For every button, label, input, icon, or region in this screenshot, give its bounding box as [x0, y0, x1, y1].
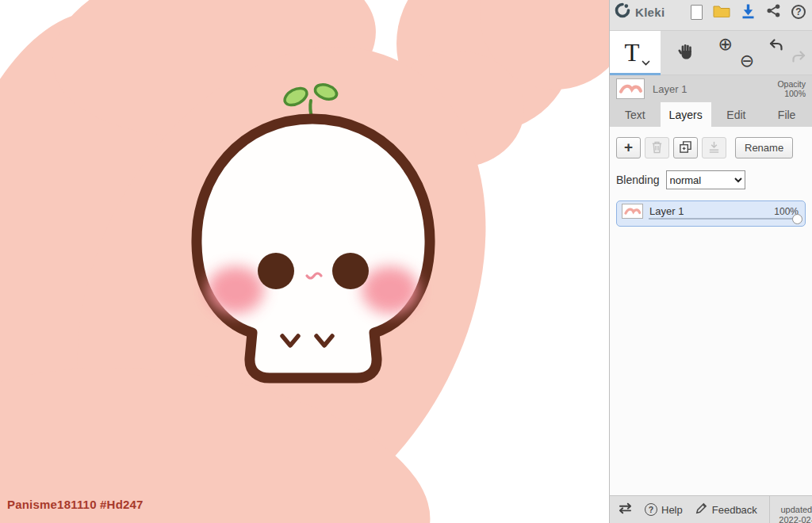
tab-file[interactable]: File	[761, 102, 812, 127]
merge-layer-button[interactable]	[702, 137, 726, 158]
opacity-readout: Opacity 100%	[777, 79, 806, 98]
canvas-artwork	[0, 0, 609, 523]
folder-icon	[713, 4, 730, 20]
hand-tool-button[interactable]	[661, 31, 711, 74]
layer-name: Layer 1	[649, 205, 684, 217]
kleki-app: Panisme181110 #Hd247 Kleki	[0, 0, 812, 523]
app-title: Kleki	[635, 6, 665, 19]
chevron-down-icon	[642, 55, 650, 69]
open-file-button[interactable]	[713, 4, 730, 20]
blending-select[interactable]: normal	[666, 170, 745, 189]
layers-panel: +	[610, 127, 812, 495]
new-image-button[interactable]	[691, 5, 703, 20]
feedback-button[interactable]: Feedback	[695, 502, 757, 517]
merge-down-icon	[707, 140, 721, 156]
topbar: Kleki	[610, 0, 812, 24]
opacity-value: 100%	[777, 89, 806, 98]
layer-row[interactable]: Layer 1 100%	[616, 200, 806, 227]
history-tile	[761, 31, 812, 74]
text-tool-label: T	[624, 39, 639, 67]
text-tool-button[interactable]: T	[610, 31, 661, 74]
sidebar: Kleki	[609, 0, 812, 523]
duplicate-layer-button[interactable]	[673, 137, 698, 158]
drawing-canvas[interactable]: Panisme181110 #Hd247	[0, 0, 609, 523]
redo-button[interactable]	[791, 49, 806, 68]
help-label: Help	[661, 504, 683, 516]
layer-opacity-track	[649, 218, 797, 220]
help-icon: ?	[791, 5, 806, 19]
share-icon	[766, 3, 781, 21]
updated-label: updated	[778, 505, 812, 515]
zoom-tile: ⊕ ⊖	[711, 31, 762, 74]
blending-label: Blending	[616, 174, 660, 186]
kleki-logo-icon	[615, 2, 630, 21]
updated-date: 2022-02-20	[778, 515, 812, 523]
panel-tabs: Text Layers Edit File	[610, 102, 812, 127]
help-button[interactable]: ?	[791, 5, 806, 19]
tool-row: T ⊕ ⊖	[610, 30, 812, 75]
save-button[interactable]	[741, 3, 756, 21]
help-bottom-button[interactable]: ? Help	[645, 503, 683, 516]
blending-row: Blending normal	[616, 170, 806, 189]
canvas-signature: Panisme181110 #Hd247	[7, 498, 144, 511]
tab-text[interactable]: Text	[610, 102, 661, 127]
swap-arrows-icon	[618, 502, 633, 517]
zoom-in-button[interactable]: ⊕	[718, 36, 733, 53]
layer-thumbnail	[622, 204, 643, 219]
layer-opacity-slider[interactable]	[792, 214, 802, 224]
feedback-pen-icon	[695, 502, 708, 517]
new-file-icon	[691, 5, 703, 20]
swap-arrows-button[interactable]	[618, 502, 633, 517]
trash-icon	[651, 140, 663, 156]
download-icon	[741, 3, 756, 21]
hand-icon	[676, 42, 695, 64]
layer-buttons-row: +	[616, 137, 806, 158]
undo-button[interactable]	[768, 37, 784, 56]
rename-layer-button[interactable]: Rename	[735, 137, 793, 158]
current-layer-thumbnail[interactable]	[616, 78, 645, 99]
bottombar: ? Help Feedback updated 2022-02-20	[610, 495, 812, 523]
share-button[interactable]	[766, 3, 781, 21]
current-layer-status: Layer 1 Opacity 100%	[610, 75, 812, 102]
feedback-label: Feedback	[712, 504, 757, 516]
opacity-label: Opacity	[777, 79, 806, 89]
help-circle-icon: ?	[645, 503, 657, 516]
updated-info: updated 2022-02-20	[769, 496, 812, 523]
add-layer-button[interactable]: +	[616, 137, 641, 158]
duplicate-icon	[679, 140, 692, 156]
delete-layer-button[interactable]	[645, 137, 669, 158]
tab-edit[interactable]: Edit	[711, 102, 762, 127]
tab-layers[interactable]: Layers	[661, 102, 711, 127]
zoom-out-button[interactable]: ⊖	[740, 52, 754, 70]
current-layer-name: Layer 1	[653, 83, 687, 95]
